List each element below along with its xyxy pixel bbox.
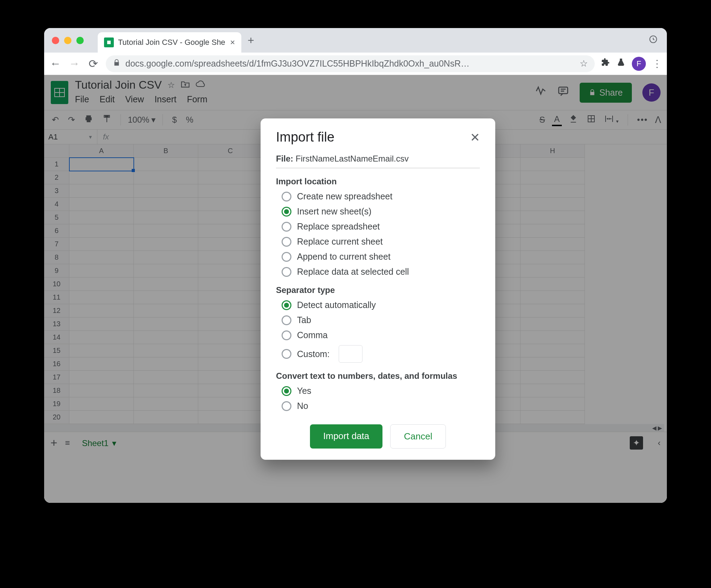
import-file-dialog: Import file ✕ File: FirstNameLastNameEma… (261, 118, 495, 460)
radio-label: Create new spreadsheet (297, 191, 392, 201)
radio-label: Custom: (297, 349, 330, 359)
import-location-option[interactable]: Replace data at selected cell (276, 267, 480, 277)
import-data-button[interactable]: Import data (310, 424, 383, 449)
address-bar: ← → ⟳ docs.google.com/spreadsheets/d/1fm… (44, 53, 667, 75)
window-close-button[interactable] (52, 37, 59, 44)
import-location-option[interactable]: Append to current sheet (276, 252, 480, 262)
radio-icon (282, 315, 291, 325)
browser-tab[interactable]: Tutorial Join CSV - Google She × (98, 32, 241, 53)
separator-option[interactable]: Comma (276, 330, 480, 340)
convert-option[interactable]: Yes (276, 386, 480, 396)
radio-label: Insert new sheet(s) (297, 206, 372, 217)
dialog-title: Import file (276, 130, 334, 145)
import-location-option[interactable]: Replace current sheet (276, 237, 480, 247)
tab-search-icon[interactable] (649, 35, 658, 46)
radio-icon (282, 330, 291, 340)
close-icon[interactable]: ✕ (470, 130, 480, 144)
profile-avatar[interactable]: F (632, 57, 646, 71)
forward-button[interactable]: → (68, 57, 81, 70)
import-location-option[interactable]: Insert new sheet(s) (276, 206, 480, 217)
file-name: FirstNameLastNameEmail.csv (296, 154, 409, 163)
radio-icon (282, 386, 291, 396)
radio-label: Replace spreadsheet (297, 221, 380, 232)
new-tab-button[interactable]: + (248, 34, 254, 47)
convert-option[interactable]: No (276, 401, 480, 411)
tab-close-button[interactable]: × (230, 37, 235, 47)
radio-icon (282, 192, 291, 201)
tab-title: Tutorial Join CSV - Google She (118, 38, 226, 47)
browser-window: Tutorial Join CSV - Google She × + ← → ⟳… (44, 28, 667, 503)
bookmark-star-icon[interactable]: ☆ (580, 58, 588, 69)
radio-icon (282, 300, 291, 310)
extensions-icon[interactable] (601, 58, 610, 69)
sheets-favicon-icon (104, 37, 114, 47)
window-controls (52, 37, 84, 44)
file-label: File: (276, 154, 293, 163)
radio-label: Replace current sheet (297, 237, 383, 247)
radio-icon (282, 401, 291, 411)
cancel-button[interactable]: Cancel (390, 424, 446, 449)
separator-option[interactable]: Tab (276, 315, 480, 325)
convert-label: Convert text to numbers, dates, and form… (276, 371, 480, 381)
chrome-menu-button[interactable]: ⋮ (652, 58, 662, 69)
custom-separator-input[interactable] (339, 345, 363, 363)
radio-label: No (297, 401, 308, 411)
radio-label: Comma (297, 330, 328, 340)
address-field[interactable]: docs.google.com/spreadsheets/d/1fmGJ3u3O… (106, 55, 595, 72)
radio-icon (282, 349, 291, 359)
separator-type-label: Separator type (276, 285, 480, 295)
radio-icon (282, 237, 291, 247)
radio-icon (282, 222, 291, 232)
radio-label: Detect automatically (297, 300, 376, 310)
radio-icon (282, 252, 291, 262)
radio-label: Tab (297, 315, 311, 325)
import-location-label: Import location (276, 177, 480, 186)
file-row: File: FirstNameLastNameEmail.csv (276, 154, 480, 168)
back-button[interactable]: ← (49, 57, 62, 70)
radio-label: Yes (297, 386, 311, 396)
radio-label: Append to current sheet (297, 252, 391, 262)
import-location-option[interactable]: Replace spreadsheet (276, 221, 480, 232)
window-minimize-button[interactable] (64, 37, 71, 44)
separator-option[interactable]: Custom: (276, 345, 480, 363)
radio-icon (282, 267, 291, 277)
reload-button[interactable]: ⟳ (87, 57, 99, 70)
radio-icon (282, 207, 291, 217)
window-maximize-button[interactable] (76, 37, 84, 44)
labs-icon[interactable] (616, 58, 626, 69)
tab-strip: Tutorial Join CSV - Google She × + (44, 28, 667, 53)
radio-label: Replace data at selected cell (297, 267, 409, 277)
import-location-option[interactable]: Create new spreadsheet (276, 191, 480, 201)
separator-option[interactable]: Detect automatically (276, 300, 480, 310)
url-text: docs.google.com/spreadsheets/d/1fmGJ3u3O… (125, 59, 575, 69)
lock-icon (113, 59, 120, 69)
